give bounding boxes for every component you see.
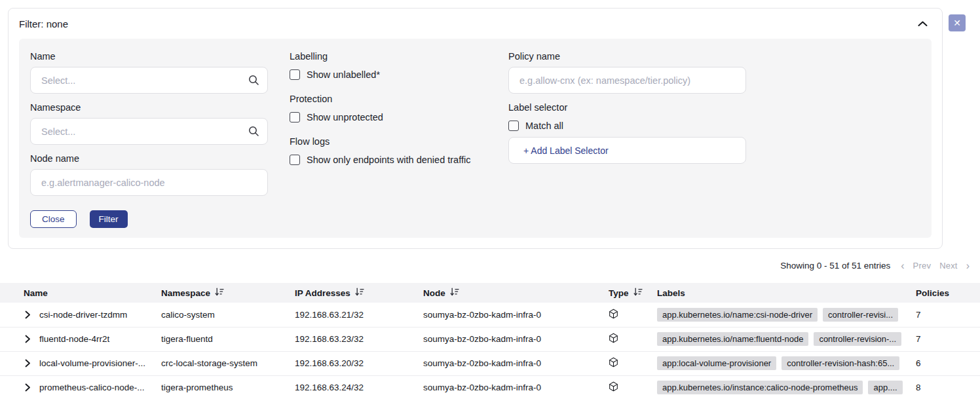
endpoint-ip-addresses: 192.168.63.24/32 — [295, 375, 423, 395]
filter-column-left: Name Namespace — [30, 51, 268, 228]
endpoint-name: fluentd-node-4rr2t — [39, 334, 109, 344]
match-all-label: Match all — [525, 121, 563, 131]
policy-name-input[interactable] — [508, 67, 746, 94]
filter-button[interactable]: Filter — [90, 210, 128, 228]
endpoint-ip-addresses: 192.168.63.21/32 — [295, 303, 423, 327]
pod-icon — [609, 381, 618, 392]
next-page-arrow-icon[interactable]: › — [966, 261, 970, 270]
close-button[interactable]: Close — [30, 210, 77, 228]
endpoint-ip-addresses: 192.168.63.23/32 — [295, 327, 423, 351]
entries-summary: Showing 0 - 51 of 51 entries — [780, 261, 890, 271]
expand-row-icon[interactable] — [25, 310, 31, 319]
pod-icon — [609, 309, 618, 319]
match-all-row[interactable]: Match all — [508, 121, 746, 131]
flow-logs-heading: Flow logs — [290, 136, 487, 147]
sort-icon[interactable] — [450, 288, 459, 298]
endpoint-name: csi-node-driver-tzdmm — [39, 310, 127, 320]
column-header-namespace[interactable]: Namespace — [161, 283, 295, 303]
pager-controls: ‹ Prev Next › — [901, 261, 970, 271]
label-chip: app:local-volume-provisioner — [657, 356, 776, 370]
column-header-name: Name — [0, 283, 161, 303]
label-chip: controller-revisi... — [823, 308, 898, 322]
policies-count: 8 — [916, 375, 980, 395]
expand-row-icon[interactable] — [25, 359, 31, 367]
policy-name-field-label: Policy name — [508, 51, 746, 62]
next-page-button[interactable]: Next — [939, 261, 958, 271]
pagination: Showing 0 - 51 of 51 entries ‹ Prev Next… — [780, 261, 970, 271]
column-header-node[interactable]: Node — [423, 283, 609, 303]
denied-traffic-label: Show only endpoints with denied traffic — [307, 155, 470, 165]
label-chip: controller-revision-hash:65... — [782, 356, 899, 370]
filter-panel-title: Filter: none — [19, 18, 68, 29]
label-chip: app.... — [868, 381, 902, 394]
denied-traffic-checkbox[interactable] — [290, 155, 300, 165]
filter-column-middle: Labelling Show unlabelled* Protection Sh… — [290, 51, 487, 179]
endpoint-node: soumya-bz-0zbo-kadm-infra-0 — [423, 327, 609, 351]
expand-row-icon[interactable] — [25, 383, 31, 392]
show-unlabelled-label: Show unlabelled* — [307, 69, 380, 80]
label-selector-heading: Label selector — [508, 102, 746, 113]
endpoint-namespace: calico-system — [161, 303, 295, 327]
endpoint-ip-addresses: 192.168.63.20/32 — [295, 351, 423, 375]
match-all-checkbox[interactable] — [508, 121, 519, 131]
policies-count: 6 — [916, 351, 980, 375]
filter-panel-header: Filter: none — [9, 9, 942, 39]
table-row: csi-node-driver-tzdmmcalico-system192.16… — [0, 303, 980, 327]
node-name-input[interactable] — [30, 169, 268, 196]
endpoint-namespace: tigera-fluentd — [161, 327, 295, 351]
denied-traffic-row[interactable]: Show only endpoints with denied traffic — [290, 155, 487, 165]
column-header-labels: Labels — [657, 283, 916, 303]
filter-panel-body: Name Namespace — [19, 39, 932, 238]
prev-page-button[interactable]: Prev — [913, 261, 932, 271]
table-header-row: Name Namespace IP Addresses Node Type La… — [0, 283, 980, 303]
pod-icon — [609, 333, 618, 343]
label-chip: app.kubernetes.io/name:fluentd-node — [657, 332, 808, 346]
add-label-selector-button[interactable]: + Add Label Selector — [508, 137, 746, 164]
search-icon[interactable] — [248, 126, 259, 137]
filter-panel: Filter: none Name — [8, 8, 943, 249]
dismiss-filter-panel-button[interactable]: ✕ — [949, 14, 966, 31]
table-row: prometheus-calico-node-...tigera-prometh… — [0, 375, 980, 395]
endpoint-node: soumya-bz-0zbo-kadm-infra-0 — [423, 351, 609, 375]
sort-icon[interactable] — [215, 288, 224, 298]
endpoint-namespace: tigera-prometheus — [161, 375, 295, 395]
show-unlabelled-checkbox[interactable] — [290, 69, 300, 80]
label-chip: app.kubernetes.io/instance:calico-node-p… — [657, 381, 863, 394]
endpoint-name: prometheus-calico-node-... — [39, 383, 145, 392]
chevron-up-icon — [918, 19, 928, 29]
close-icon: ✕ — [953, 18, 961, 28]
table-row: fluentd-node-4rr2ttigera-fluentd192.168.… — [0, 327, 980, 351]
column-header-policies: Policies — [916, 283, 980, 303]
endpoint-node: soumya-bz-0zbo-kadm-infra-0 — [423, 375, 609, 395]
label-chip: controller-revision-... — [814, 332, 901, 346]
sort-icon[interactable] — [355, 288, 364, 298]
filter-column-right: Policy name Label selector Match all + A… — [508, 51, 746, 164]
endpoint-name: local-volume-provisioner-... — [39, 358, 145, 368]
sort-icon[interactable] — [633, 288, 643, 298]
pod-icon — [609, 357, 618, 367]
endpoint-namespace: crc-local-storage-system — [161, 351, 295, 375]
collapse-filter-button[interactable] — [916, 20, 929, 28]
table-row: local-volume-provisioner-...crc-local-st… — [0, 351, 980, 375]
prev-page-arrow-icon[interactable]: ‹ — [901, 261, 904, 270]
show-unlabelled-row[interactable]: Show unlabelled* — [290, 69, 487, 80]
show-unprotected-label: Show unprotected — [307, 112, 383, 122]
namespace-select-input[interactable] — [30, 118, 268, 145]
labelling-heading: Labelling — [290, 51, 487, 62]
label-chip: app.kubernetes.io/name:csi-node-driver — [657, 308, 818, 322]
column-header-type[interactable]: Type — [609, 283, 657, 303]
policies-count: 7 — [916, 327, 980, 351]
endpoint-node: soumya-bz-0zbo-kadm-infra-0 — [423, 303, 609, 327]
policies-count: 7 — [916, 303, 980, 327]
endpoints-table: Name Namespace IP Addresses Node Type La… — [0, 283, 980, 395]
protection-heading: Protection — [290, 94, 487, 105]
column-header-ip-addresses[interactable]: IP Addresses — [295, 283, 423, 303]
expand-row-icon[interactable] — [25, 335, 31, 343]
namespace-field-label: Namespace — [30, 102, 268, 113]
show-unprotected-row[interactable]: Show unprotected — [290, 112, 487, 122]
name-select-input[interactable] — [30, 67, 268, 94]
name-field-label: Name — [30, 51, 268, 62]
search-icon[interactable] — [248, 75, 259, 86]
show-unprotected-checkbox[interactable] — [290, 112, 300, 122]
node-name-field-label: Node name — [30, 153, 268, 164]
